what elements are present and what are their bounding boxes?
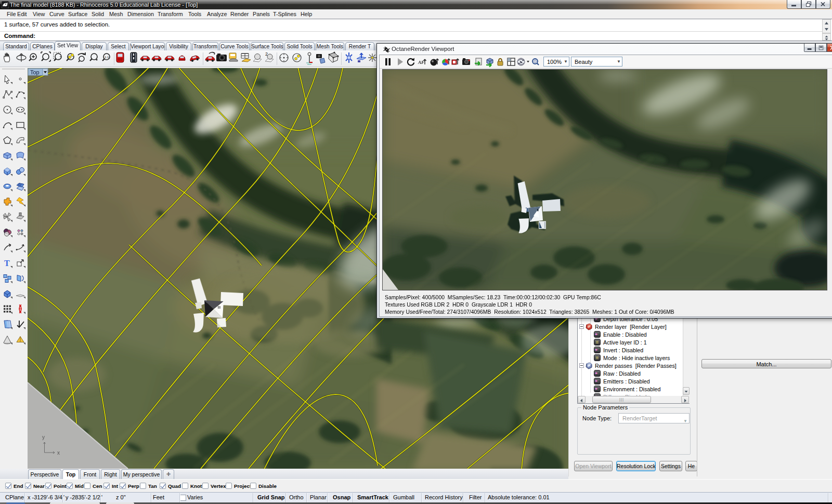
svg-text:y: y [42,434,45,440]
svg-text:2: 2 [265,51,268,57]
svg-text:Top: Top [30,69,40,75]
svg-text:T: T [4,259,10,268]
svg-text:1:1: 1:1 [105,56,109,59]
svg-text:x: x [57,450,60,456]
